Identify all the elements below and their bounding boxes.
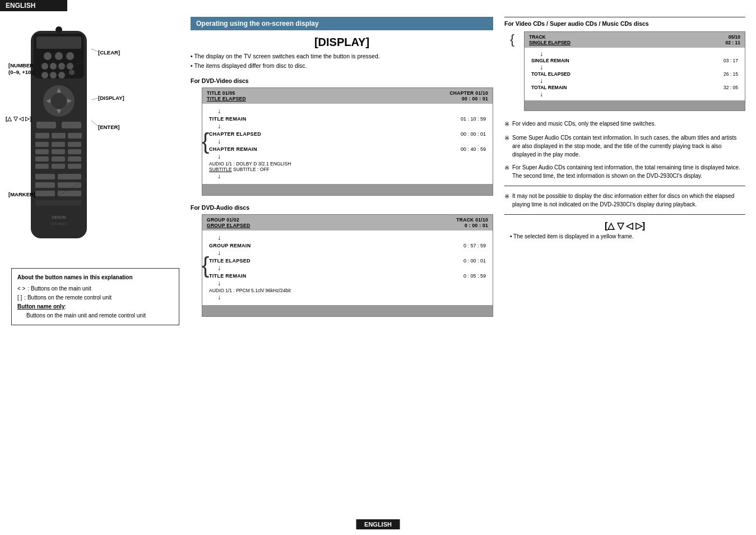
svg-point-3 (44, 52, 52, 60)
svg-rect-20 (36, 122, 56, 128)
dvd-audio-bottom-bar (202, 305, 493, 316)
divider2 (504, 214, 745, 215)
svg-rect-42 (58, 191, 81, 196)
svg-point-11 (50, 72, 57, 79)
svg-rect-24 (68, 133, 82, 139)
svg-rect-34 (35, 164, 49, 169)
remote-image: DENON DVD-2930CI (20, 25, 98, 245)
middle-panel: Operating using the on-screen display [D… (191, 17, 493, 325)
svg-point-12 (58, 72, 65, 79)
marker-label: [MARKER] (8, 191, 35, 197)
note-1: ※ For video and music CDs, only the elap… (504, 119, 745, 129)
right-diagram: { TRACK 05/10 SINGLE ELAPSED 02 : 11 ↓ S… (521, 31, 745, 111)
svg-rect-23 (52, 133, 66, 139)
dvd-audio-bracket: { (202, 214, 209, 317)
svg-rect-30 (68, 149, 81, 154)
svg-rect-37 (35, 174, 55, 179)
nav-desc: • The selected item is displayed in a ye… (510, 233, 745, 239)
right-section-title: For Video CDs / Super audio CDs / Music … (504, 17, 745, 27)
clear-label: [CLEAR] (98, 49, 120, 56)
svg-point-46 (55, 26, 62, 33)
svg-rect-32 (52, 156, 65, 162)
svg-rect-28 (35, 149, 49, 154)
svg-rect-26 (52, 142, 65, 147)
header-label: ENGLISH (0, 0, 67, 11)
dvd-audio-screen: GROUP 01/02 TRACK 01/10 GROUP ELAPSED 0 … (202, 215, 493, 230)
button-names-box: About the button names in this explanati… (11, 268, 179, 325)
nav-symbol: [△ ▽ ◁ ▷] (504, 220, 745, 231)
svg-point-4 (55, 52, 63, 60)
dvd-video-flow: ↓ TITLE REMAIN 01 : 10 : 59 ↓ CHAPTER EL… (202, 104, 493, 184)
button-names-line4: Buttons on the main unit and remote cont… (17, 311, 173, 320)
button-names-title: About the button names in this explanati… (17, 273, 173, 282)
footer-label: ENGLISH (356, 519, 400, 529)
dvd-video-diagram: { TITLE 01/05 CHAPTER 01/10 TITLE ELAPSE… (202, 87, 493, 196)
svg-rect-39 (35, 182, 55, 188)
svg-rect-21 (62, 122, 81, 128)
dvd-video-audio: AUDIO 1/1 : DOLBY D 3/2.1 ENGLISH (209, 161, 486, 167)
svg-point-6 (41, 63, 48, 70)
dvd-video-title: For DVD-Video discs (191, 77, 493, 84)
svg-point-10 (41, 72, 48, 79)
number-label: [NUMBER(0–9, +10)] (8, 62, 35, 75)
dvd-audio-inner: GROUP 01/02 TRACK 01/10 GROUP ELAPSED 0 … (202, 214, 493, 317)
svg-rect-40 (58, 182, 81, 188)
dvd-video-screen: TITLE 01/05 CHAPTER 01/10 TITLE ELAPSED … (202, 88, 493, 104)
enter-label: [ENTER] (98, 123, 120, 130)
svg-rect-2 (36, 36, 81, 49)
svg-rect-33 (68, 156, 81, 162)
dvd-audio-flow: ↓ GROUP REMAIN 0 : 57 : 59 ↓ TITLE ELAPS… (202, 230, 493, 305)
operating-section-header: Operating using the on-screen display (191, 17, 493, 30)
svg-rect-22 (35, 133, 49, 139)
svg-text:DVD-2930CI: DVD-2930CI (51, 222, 67, 225)
svg-rect-38 (58, 174, 81, 179)
button-names-line2: [ ] : Buttons on the remote control unit (17, 293, 173, 302)
svg-point-13 (69, 70, 75, 75)
display-desc: • The display on the TV screen switches … (191, 52, 493, 71)
display-title: [DISPLAY] (191, 36, 493, 49)
right-notes: ※ For video and music CDs, only the elap… (504, 119, 745, 209)
svg-point-15 (51, 93, 67, 109)
svg-rect-41 (35, 191, 55, 196)
note-3: ※ For Super Audio CDs containing text in… (504, 163, 745, 180)
button-names-line1: < > : Buttons on the main unit (17, 284, 173, 293)
display-label-remote: [DISPLAY] (98, 94, 124, 101)
note-4: ※ It may not be possible to display the … (504, 192, 745, 209)
dvd-video-bracket: { (202, 87, 209, 196)
svg-rect-31 (35, 156, 49, 162)
note-2: ※ Some Super Audio CDs contain text info… (504, 133, 745, 159)
dvd-video-subtitle: SUBTITLE SUBTITLE : OFF (209, 167, 486, 172)
dvd-video-inner: TITLE 01/05 CHAPTER 01/10 TITLE ELAPSED … (202, 87, 493, 196)
dvd-video-bottom-bar (202, 184, 493, 195)
svg-rect-35 (52, 164, 65, 169)
svg-point-8 (58, 63, 65, 70)
dvd-audio-audio: AUDIO 1/1 : PPCM 5.1ch/ 96kHz/24bit (209, 288, 486, 293)
svg-rect-25 (35, 142, 49, 147)
svg-rect-43 (35, 200, 81, 206)
svg-rect-29 (52, 149, 65, 154)
svg-point-7 (50, 63, 57, 70)
nav-label-remote: [△ ▽ ◁ ▷] (6, 115, 31, 122)
right-panel: For Video CDs / Super audio CDs / Music … (504, 17, 745, 239)
dvd-audio-title: For DVD-Audio discs (191, 204, 493, 211)
svg-text:DENON: DENON (52, 215, 66, 219)
svg-rect-27 (68, 142, 81, 147)
button-names-line3: Button name only: (17, 302, 173, 311)
svg-rect-36 (68, 164, 81, 169)
divider (504, 186, 745, 186)
svg-point-9 (67, 63, 73, 70)
dvd-audio-diagram: { GROUP 01/02 TRACK 01/10 GROUP ELAPSED … (202, 214, 493, 317)
svg-point-5 (66, 52, 74, 60)
